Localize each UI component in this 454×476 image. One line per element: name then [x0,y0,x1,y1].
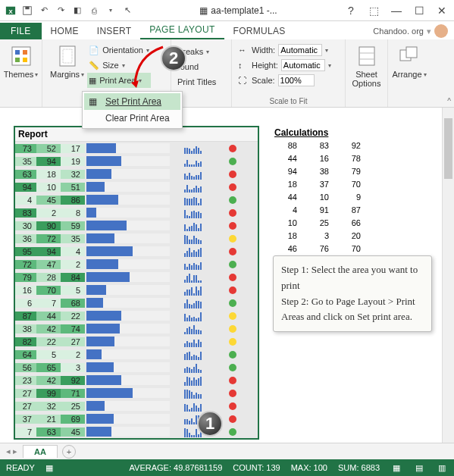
table-row[interactable]: 56653 [15,361,258,374]
height-control[interactable]: ↕Height:▾ [236,58,340,73]
cell[interactable]: 95 [15,247,36,256]
cell[interactable]: 56 [15,363,36,372]
cell[interactable]: 91 [303,205,335,218]
table-row[interactable]: 8328 [15,206,258,219]
help-icon[interactable]: ? [342,3,360,18]
cell[interactable]: 42 [36,324,61,334]
cell[interactable]: 30 [15,221,36,230]
close-icon[interactable]: ✕ [433,3,451,18]
tab-insert[interactable]: INSERT [88,23,141,39]
table-row[interactable]: 359419 [15,155,258,168]
cell[interactable]: 44 [36,312,61,321]
cell[interactable]: 16 [303,154,335,167]
cell[interactable]: 45 [36,196,61,205]
cell[interactable]: 2 [61,350,85,359]
report-selection[interactable]: Report 735217359419631832941051445868328… [14,126,259,440]
table-row[interactable]: 888392 [271,141,367,154]
cell[interactable]: 69 [61,415,85,424]
table-row[interactable]: 792884 [15,271,258,283]
user-account[interactable]: Chandoo. org▾ [367,23,454,39]
cell[interactable]: 8 [61,208,85,218]
cell[interactable]: 68 [61,299,85,308]
qat-icon[interactable]: ⎙ [86,3,102,18]
print-titles-button[interactable]: Print Titles [176,74,227,89]
cell[interactable]: 94 [36,247,61,256]
minimize-icon[interactable]: — [387,3,405,18]
cell[interactable]: 45 [61,427,85,437]
cell[interactable]: 64 [15,350,36,359]
cell[interactable]: 35 [61,234,85,243]
cell[interactable]: 18 [271,180,303,193]
cell[interactable]: 70 [335,180,367,193]
cell[interactable]: 94 [36,157,61,166]
cell[interactable]: 38 [303,167,335,180]
cell[interactable]: 28 [36,273,61,282]
sheet-nav-icon[interactable]: ◂ ▸ [6,446,17,456]
table-row[interactable]: 631832 [15,168,258,180]
size-button[interactable]: 📏Size▾ [87,58,151,73]
table-row[interactable]: 367235 [15,232,258,245]
cell[interactable]: 6 [15,299,36,308]
cell[interactable]: 42 [36,376,61,385]
cell[interactable]: 79 [335,167,367,180]
cell[interactable]: 25 [303,218,335,231]
cell[interactable]: 27 [15,402,36,411]
cell[interactable]: 47 [36,260,61,269]
width-control[interactable]: ↔Width:▾ [236,42,340,58]
excel-icon[interactable]: X [3,3,18,18]
table-row[interactable]: 279971 [15,387,258,399]
cell[interactable]: 52 [36,144,61,153]
table-row[interactable]: 309059 [15,219,258,232]
table-row[interactable]: 441678 [271,154,367,167]
table-row[interactable]: 6452 [15,348,258,361]
table-row[interactable]: 72472 [15,258,258,271]
cell[interactable]: 87 [15,312,36,321]
tab-home[interactable]: HOME [42,23,88,39]
table-row[interactable]: 49187 [271,205,367,218]
cell[interactable]: 72 [15,260,36,269]
themes-button[interactable]: Themes▾ [5,42,37,80]
cell[interactable]: 35 [15,157,36,166]
cell[interactable]: 71 [61,389,85,398]
cell[interactable]: 18 [271,231,303,244]
view-pagelayout-icon[interactable]: ▤ [413,462,425,474]
cell[interactable]: 92 [335,141,367,154]
cell[interactable]: 27 [61,337,85,346]
cell[interactable]: 4 [15,196,36,205]
cell[interactable]: 5 [36,350,61,359]
cell[interactable]: 22 [36,337,61,346]
tab-file[interactable]: FILE [0,23,42,39]
table-row[interactable]: 18320 [271,231,367,244]
cell[interactable]: 25 [61,402,85,411]
table-row[interactable]: 822227 [15,335,258,348]
cell[interactable]: 32 [61,170,85,179]
table-row[interactable]: 384274 [15,322,258,335]
table-row[interactable]: 6768 [15,296,258,309]
view-normal-icon[interactable]: ▦ [390,462,402,474]
cell[interactable]: 4 [61,247,85,256]
table-row[interactable]: 273225 [15,399,258,412]
cell[interactable]: 2 [36,208,61,218]
cell[interactable]: 3 [61,363,85,372]
cell[interactable]: 51 [61,183,85,192]
table-row[interactable]: 16705 [15,283,258,296]
cell[interactable]: 4 [271,205,303,218]
pointer-icon[interactable]: ↖ [120,3,135,18]
cell[interactable]: 32 [36,402,61,411]
cell[interactable]: 82 [15,337,36,346]
view-pagebreak-icon[interactable]: ▥ [436,462,448,474]
cell[interactable]: 36 [15,234,36,243]
cell[interactable]: 20 [335,231,367,244]
ribbon-display-icon[interactable]: ⬚ [365,3,383,18]
table-row[interactable]: 95944 [15,245,258,258]
table-row[interactable]: 943879 [271,167,367,180]
cell[interactable]: 18 [36,170,61,179]
cell[interactable]: 90 [36,221,61,230]
cell[interactable]: 63 [36,427,61,437]
redo-icon[interactable]: ↷ [53,3,68,18]
cell[interactable]: 19 [61,157,85,166]
cell[interactable]: 74 [61,324,85,334]
tab-page-layout[interactable]: PAGE LAYOUT [140,21,224,39]
qat-dropdown-icon[interactable]: ▾ [103,3,118,18]
cell[interactable]: 9 [335,193,367,205]
